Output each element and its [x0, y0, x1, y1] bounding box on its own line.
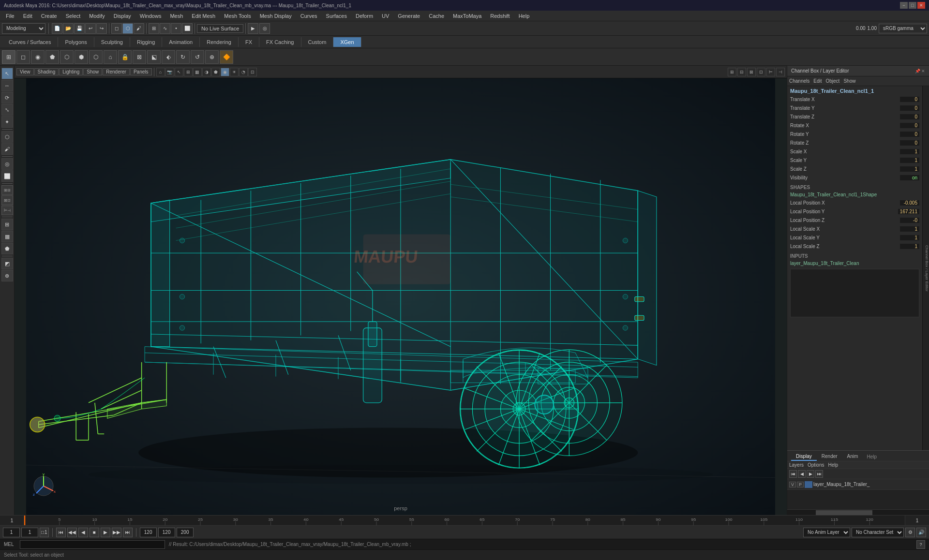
channelbox-pin-btn[interactable]: 📌: [915, 69, 920, 74]
vp-icon-r1[interactable]: ⊞: [728, 68, 736, 76]
maximize-button[interactable]: □: [909, 2, 916, 9]
gamma-selector[interactable]: sRGB gamma: [879, 24, 927, 33]
paint-select-btn[interactable]: 🖌: [134, 23, 144, 34]
render-region-btn[interactable]: ⬜: [1, 170, 13, 182]
open-scene-btn[interactable]: 📂: [63, 23, 74, 34]
vp-menu-shading[interactable]: Shading: [34, 68, 59, 75]
new-scene-btn[interactable]: 📄: [52, 23, 62, 34]
menu-select[interactable]: Select: [62, 12, 85, 20]
layer-nav-prev[interactable]: ◀: [798, 470, 806, 478]
menu-deform[interactable]: Deform: [352, 12, 377, 20]
menu-generate[interactable]: Generate: [394, 12, 424, 20]
vp-icon-r6[interactable]: ⊣: [776, 68, 785, 76]
cb-val-lsx[interactable]: 1: [900, 226, 919, 232]
menu-file[interactable]: File: [2, 12, 18, 20]
layer-name-label[interactable]: layer_Maupu_18t_Trailer_: [813, 482, 927, 487]
cb-val-rz[interactable]: 0: [900, 140, 919, 146]
ruler-ticks-area[interactable]: 5 10 15 20 25 30 35 40 45: [24, 516, 905, 525]
vp-icon-grid[interactable]: ⊞: [184, 68, 193, 76]
scale-tool-btn[interactable]: ⤡: [1, 104, 13, 116]
layer-v-btn[interactable]: V: [789, 482, 796, 487]
shelf-icon-1[interactable]: ⊞: [2, 50, 15, 64]
layer-nav-prev-prev[interactable]: ⏮: [789, 470, 797, 478]
vp-icon-r5[interactable]: ⊢: [766, 68, 775, 76]
pb-go-end[interactable]: ⏭: [123, 528, 133, 537]
tab-custom[interactable]: Custom: [301, 37, 334, 47]
menu-uv[interactable]: UV: [378, 12, 393, 20]
vp-icon-xray[interactable]: ⊡: [248, 68, 257, 76]
tab-sculpting[interactable]: Sculpting: [94, 37, 130, 47]
vp-menu-renderer[interactable]: Renderer: [103, 68, 130, 75]
menu-maxtomaya[interactable]: MaxToMaya: [449, 12, 485, 20]
layers-menu-options[interactable]: Options: [808, 462, 824, 468]
layers-scrollbar[interactable]: [787, 509, 929, 515]
tab-fx[interactable]: FX: [239, 37, 259, 47]
show-hide-btn[interactable]: ◎: [1, 158, 13, 170]
vp-menu-lighting[interactable]: Lighting: [59, 68, 83, 75]
shelf-icon-6[interactable]: ⬢: [75, 50, 88, 64]
pb-audio-btn[interactable]: 🔊: [916, 528, 926, 537]
channelbox-close-btn[interactable]: ✕: [921, 69, 925, 74]
shelf-icon-13[interactable]: ↻: [176, 50, 190, 64]
cb-val-lpz[interactable]: -0: [900, 218, 919, 223]
tab-animation[interactable]: Animation: [162, 37, 200, 47]
cb-val-ry[interactable]: 0: [900, 132, 919, 137]
command-input[interactable]: [20, 540, 165, 549]
menu-help[interactable]: Help: [515, 12, 534, 20]
vp-menu-show[interactable]: Show: [83, 68, 102, 75]
xray-btn[interactable]: ◩: [1, 258, 13, 269]
tab-curves-surfaces[interactable]: Curves / Surfaces: [2, 37, 58, 47]
anim-layer-select[interactable]: No Anim Layer: [803, 528, 850, 537]
group-box-2[interactable]: ⊠⊡: [1, 195, 13, 205]
grid-btn[interactable]: ⊞: [1, 219, 13, 230]
lasso-select-btn[interactable]: ⬡: [122, 23, 133, 34]
menu-mesh[interactable]: Mesh: [166, 12, 187, 20]
tab-polygons[interactable]: Polygons: [58, 37, 94, 47]
redo-btn[interactable]: ↪: [96, 23, 107, 34]
vp-icon-light[interactable]: ☀: [230, 68, 239, 76]
pb-play-fwd[interactable]: ▶: [101, 528, 110, 537]
vp-icon-r2[interactable]: ⊟: [737, 68, 746, 76]
menu-redshift[interactable]: Redshift: [486, 12, 513, 20]
shelf-icon-8[interactable]: ⌂: [104, 50, 117, 64]
vp-icon-select[interactable]: ↖: [175, 68, 183, 76]
cb-val-sz[interactable]: 1: [900, 166, 919, 172]
pb-go-start[interactable]: ⏮: [56, 528, 66, 537]
pb-stop[interactable]: ■: [90, 528, 99, 537]
close-button[interactable]: ✕: [917, 2, 925, 9]
cb-val-rx[interactable]: 0: [900, 123, 919, 128]
shelf-icon-7[interactable]: ⬡: [89, 50, 103, 64]
vp-icon-textured[interactable]: ⬟: [211, 68, 220, 76]
menu-windows[interactable]: Windows: [136, 12, 165, 20]
shelf-icon-11[interactable]: ⬕: [147, 50, 161, 64]
tab-render[interactable]: Render: [817, 453, 842, 461]
pb-step-fwd[interactable]: ▶▶: [112, 528, 121, 537]
menu-curves[interactable]: Curves: [297, 12, 321, 20]
layers-menu-help[interactable]: Help: [828, 462, 838, 468]
shelf-icon-14[interactable]: ↺: [191, 50, 204, 64]
layer-nav-next-next[interactable]: ⏭: [815, 470, 823, 478]
vp-icon-shaded[interactable]: ◑: [202, 68, 211, 76]
char-set-select[interactable]: No Character Set: [852, 528, 904, 537]
cb-val-tx[interactable]: 0: [900, 97, 919, 102]
lt-extra-btn[interactable]: ⊕: [1, 270, 13, 281]
cb-val-lpy[interactable]: 167.211: [898, 209, 919, 214]
cb-val-sy[interactable]: 1: [900, 158, 919, 163]
group-box-1[interactable]: ⊞⊟: [1, 185, 13, 195]
cmd-help-btn[interactable]: ?: [916, 540, 925, 549]
vp-icon-wire[interactable]: ▦: [193, 68, 202, 76]
universal-tool-btn[interactable]: ✦: [1, 116, 13, 128]
shelf-icon-3[interactable]: ◉: [31, 50, 45, 64]
layer-p-btn[interactable]: P: [797, 482, 804, 487]
select-obj-btn[interactable]: ◻: [111, 23, 122, 34]
layers-scroll-thumb[interactable]: [816, 510, 872, 515]
cb-val-lpx[interactable]: -0.005: [900, 200, 919, 206]
menu-meshtools[interactable]: Mesh Tools: [220, 12, 255, 20]
vp-menu-view[interactable]: View: [16, 68, 34, 75]
cb-val-lsy[interactable]: 1: [900, 235, 919, 240]
cb-val-tz[interactable]: 0: [900, 114, 919, 119]
cb-val-lsz[interactable]: 1: [900, 244, 919, 249]
smooth-btn[interactable]: ⬟: [1, 243, 13, 254]
viewport-scene[interactable]: MAUPU: [15, 78, 787, 515]
tab-fx-caching[interactable]: FX Caching: [259, 37, 301, 47]
